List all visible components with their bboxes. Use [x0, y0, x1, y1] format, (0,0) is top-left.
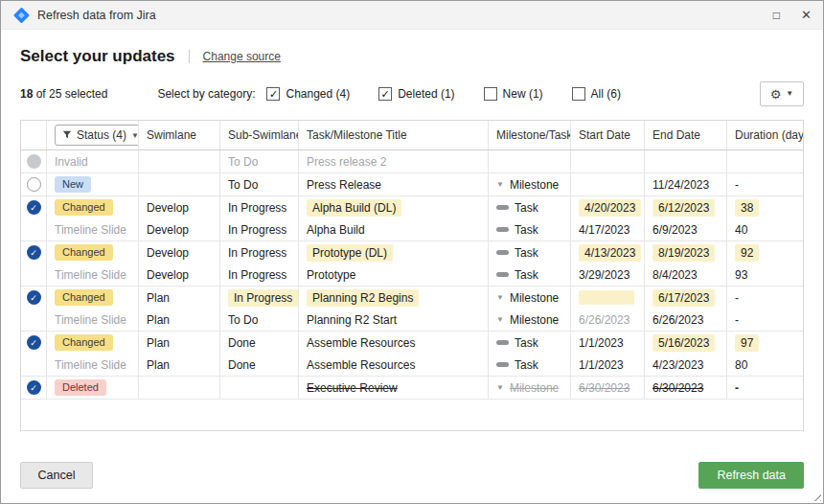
category-option[interactable]: All (6)	[572, 87, 621, 101]
row-checkbox-cell: ✓	[21, 377, 46, 399]
cell-text: 6/26/2023	[579, 313, 629, 327]
row-checkbox[interactable]: ✓	[27, 200, 41, 215]
cell-text: Task	[515, 223, 538, 237]
category-list: ✓Changed (4)✓Deleted (1)New (1)All (6)	[266, 87, 620, 101]
table-row[interactable]: NewTo DoPress Release▼Milestone11/24/202…	[46, 173, 803, 195]
cell-text: -	[735, 313, 739, 327]
toolbar: 18 of 25 selected Select by category: ✓C…	[20, 81, 804, 106]
cell-text: 93	[735, 268, 747, 282]
table-row[interactable]: Timeline SlidePlanDoneAssemble Resources…	[46, 354, 803, 376]
row-checkbox[interactable]: ✓	[27, 290, 41, 305]
cell-type: Task	[488, 218, 570, 241]
cell-text: 11/24/2023	[652, 178, 709, 192]
category-option[interactable]: New (1)	[484, 87, 543, 101]
cell-text: Planning R2 Start	[307, 313, 397, 327]
table-body: InvalidTo DoPress release 2NewTo DoPress…	[21, 150, 803, 400]
cell-text	[579, 290, 634, 305]
cell-text: Timeline Slide	[55, 223, 126, 237]
status-filter-button[interactable]: Status (4)▼	[55, 125, 138, 146]
status-badge: New	[55, 176, 91, 194]
row-checkbox[interactable]: ✓	[27, 335, 41, 350]
cell-end	[644, 150, 726, 172]
window-controls: □ ✕	[773, 9, 812, 21]
cell-text: Develop	[147, 223, 189, 237]
cell-text: Invalid	[55, 155, 88, 169]
row-checkbox[interactable]: ✓	[27, 245, 41, 260]
chevron-down-icon: ▼	[786, 90, 793, 98]
row-checkbox-cell: ✓	[21, 241, 46, 286]
checkbox-icon[interactable]: ✓	[266, 87, 280, 101]
cell-text: Timeline Slide	[55, 268, 126, 282]
cell-text: 6/26/2023	[652, 313, 703, 327]
table-row[interactable]: Timeline SlideDevelopIn ProgressAlpha Bu…	[46, 218, 803, 241]
cell-end: 6/30/2023	[644, 377, 726, 399]
refresh-data-button[interactable]: Refresh data	[698, 462, 804, 489]
category-caption: Select by category:	[157, 87, 255, 101]
table-row[interactable]: DeletedExecutive Review▼Milestone6/30/20…	[46, 377, 803, 399]
table-row[interactable]: ChangedDevelopIn ProgressAlpha Build (DL…	[46, 196, 803, 218]
cell-status: Deleted	[46, 377, 138, 399]
table-row[interactable]: Timeline SlidePlanTo DoPlanning R2 Start…	[46, 309, 803, 331]
category-option[interactable]: ✓Changed (4)	[266, 87, 350, 101]
table-row[interactable]: InvalidTo DoPress release 2	[46, 150, 803, 172]
cell-title: Alpha Build	[298, 218, 488, 241]
selected-count-number: 18	[20, 87, 33, 101]
maximize-button[interactable]: □	[773, 10, 780, 21]
cancel-button[interactable]: Cancel	[20, 462, 93, 489]
cell-duration: 80	[726, 354, 803, 376]
cell-swimlane: Develop	[138, 196, 219, 218]
cell-title: Executive Review	[298, 377, 488, 399]
cell-start: 4/20/2023	[570, 196, 644, 218]
row-checkbox[interactable]	[27, 177, 41, 192]
cell-text: In Progress	[228, 268, 286, 282]
cell-start: 1/1/2023	[570, 354, 644, 376]
table-row[interactable]: Timeline SlideDevelopIn ProgressPrototyp…	[46, 263, 803, 286]
cell-text: In Progress	[228, 246, 286, 260]
milestone-icon: ▼	[496, 383, 504, 392]
table-group: InvalidTo DoPress release 2	[21, 150, 803, 173]
cell-duration: 38	[726, 196, 803, 218]
header-cell: Sub-Swimlane	[219, 121, 298, 149]
row-checkbox[interactable]: ✓	[27, 380, 41, 395]
close-button[interactable]: ✕	[801, 9, 812, 21]
category-option[interactable]: ✓Deleted (1)	[378, 87, 454, 101]
dialog-body: Select your updates Change source 18 of …	[1, 30, 823, 437]
table-row[interactable]: ChangedPlanDoneAssemble ResourcesTask1/1…	[46, 332, 803, 354]
cell-title: Prototype (DL)	[298, 241, 488, 263]
change-source-link[interactable]: Change source	[189, 50, 281, 63]
cell-swimlane: Plan	[138, 309, 219, 331]
category-label: New (1)	[503, 87, 543, 101]
cell-sub: In Progress	[219, 286, 298, 309]
cell-text: Plan	[147, 313, 170, 327]
cell-title: Assemble Resources	[298, 354, 488, 376]
checkbox-icon[interactable]	[484, 87, 497, 101]
checkbox-icon[interactable]	[572, 87, 585, 101]
task-icon	[496, 205, 509, 210]
cell-text: Develop	[147, 246, 189, 260]
cell-sub: Done	[219, 354, 298, 376]
cell-text: Milestone	[510, 178, 559, 192]
dialog-footer: Cancel Refresh data	[1, 437, 823, 503]
row-checkbox-cell: ✓	[21, 286, 46, 331]
cell-text: Alpha Build (DL)	[307, 199, 401, 217]
settings-button[interactable]: ⚙ ▼	[760, 81, 804, 106]
cell-text: Assemble Resources	[307, 358, 415, 372]
cell-status: Timeline Slide	[46, 218, 138, 241]
table-row[interactable]: ChangedPlanIn ProgressPlanning R2 Begins…	[46, 286, 803, 309]
cell-sub: Done	[219, 332, 298, 354]
milestone-icon: ▼	[496, 180, 504, 189]
header-cell-label: Milestone/Task	[496, 128, 570, 142]
refresh-data-dialog: Refresh data from Jira □ ✕ Select your u…	[0, 0, 824, 504]
table-row[interactable]: ChangedDevelopIn ProgressPrototype (DL)T…	[46, 241, 803, 263]
cell-text: -	[735, 178, 739, 192]
header-cell: Swimlane	[138, 121, 219, 149]
table-group: ✓ChangedDevelopIn ProgressAlpha Build (D…	[21, 196, 803, 241]
cell-start: 6/26/2023	[570, 309, 644, 331]
cell-status: Timeline Slide	[46, 263, 138, 286]
checkbox-icon[interactable]: ✓	[378, 87, 392, 101]
header-cell-label: Duration (days)	[735, 128, 803, 142]
cell-swimlane: Develop	[138, 241, 219, 263]
cell-type: Task	[488, 332, 570, 354]
cell-status: Changed	[46, 286, 138, 309]
row-checkbox[interactable]	[27, 154, 41, 169]
